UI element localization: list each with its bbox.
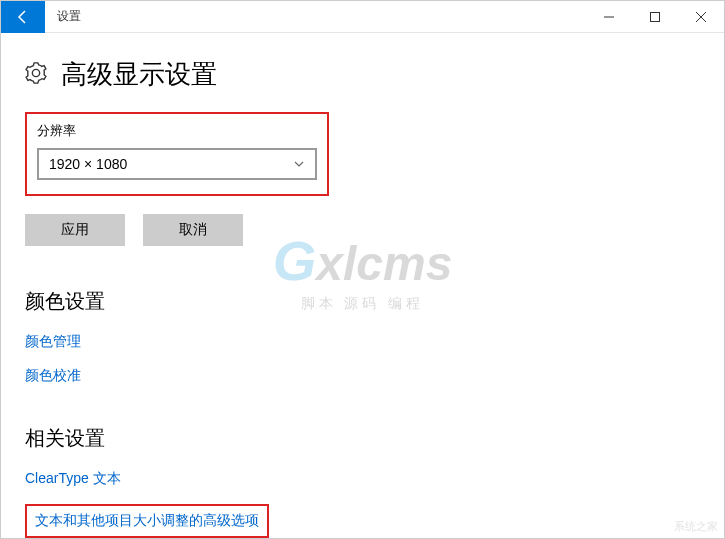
svg-rect-1 (651, 12, 660, 21)
page-header: 高级显示设置 (25, 57, 700, 92)
window-title: 设置 (57, 8, 81, 25)
advanced-sizing-highlight-box: 文本和其他项目大小调整的高级选项 (25, 504, 269, 538)
window-controls (586, 1, 724, 33)
color-management-link[interactable]: 颜色管理 (25, 333, 700, 351)
cleartype-link[interactable]: ClearType 文本 (25, 470, 700, 488)
advanced-sizing-link[interactable]: 文本和其他项目大小调整的高级选项 (35, 512, 259, 530)
resolution-dropdown[interactable]: 1920 × 1080 (37, 148, 317, 180)
back-button[interactable] (1, 1, 45, 33)
page-title: 高级显示设置 (61, 57, 217, 92)
resolution-highlight-box: 分辨率 1920 × 1080 (25, 112, 329, 196)
gear-icon (25, 62, 47, 88)
close-button[interactable] (678, 1, 724, 33)
minimize-button[interactable] (586, 1, 632, 33)
color-settings-heading: 颜色设置 (25, 288, 700, 315)
apply-button[interactable]: 应用 (25, 214, 125, 246)
titlebar: 设置 (1, 1, 724, 33)
color-calibration-link[interactable]: 颜色校准 (25, 367, 700, 385)
back-arrow-icon (15, 9, 31, 25)
resolution-label: 分辨率 (37, 122, 317, 140)
maximize-button[interactable] (632, 1, 678, 33)
related-settings-heading: 相关设置 (25, 425, 700, 452)
close-icon (696, 12, 706, 22)
maximize-icon (650, 12, 660, 22)
button-row: 应用 取消 (25, 214, 700, 246)
content-area: 高级显示设置 分辨率 1920 × 1080 应用 取消 颜色设置 颜色管理 颜… (1, 33, 724, 539)
chevron-down-icon (293, 158, 305, 170)
resolution-value: 1920 × 1080 (49, 156, 127, 172)
cancel-button[interactable]: 取消 (143, 214, 243, 246)
minimize-icon (604, 12, 614, 22)
